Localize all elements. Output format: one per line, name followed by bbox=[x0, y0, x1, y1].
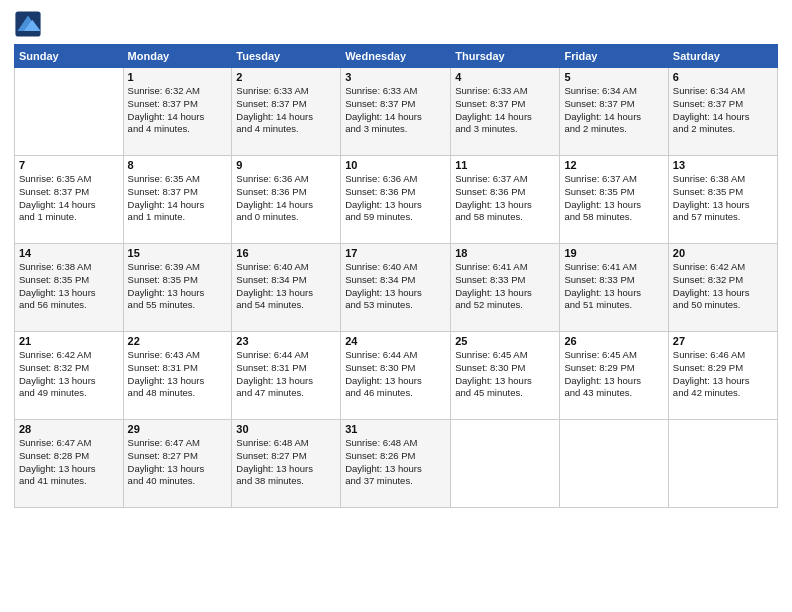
calendar-day-cell: 1Sunrise: 6:32 AM Sunset: 8:37 PM Daylig… bbox=[123, 68, 232, 156]
calendar-week-row: 7Sunrise: 6:35 AM Sunset: 8:37 PM Daylig… bbox=[15, 156, 778, 244]
calendar-day-cell: 26Sunrise: 6:45 AM Sunset: 8:29 PM Dayli… bbox=[560, 332, 668, 420]
day-number: 13 bbox=[673, 159, 773, 171]
calendar-day-cell: 11Sunrise: 6:37 AM Sunset: 8:36 PM Dayli… bbox=[451, 156, 560, 244]
day-number: 9 bbox=[236, 159, 336, 171]
calendar-header-row: SundayMondayTuesdayWednesdayThursdayFrid… bbox=[15, 45, 778, 68]
calendar-day-header: Sunday bbox=[15, 45, 124, 68]
day-info: Sunrise: 6:32 AM Sunset: 8:37 PM Dayligh… bbox=[128, 85, 228, 136]
day-info: Sunrise: 6:43 AM Sunset: 8:31 PM Dayligh… bbox=[128, 349, 228, 400]
day-number: 15 bbox=[128, 247, 228, 259]
day-info: Sunrise: 6:37 AM Sunset: 8:36 PM Dayligh… bbox=[455, 173, 555, 224]
day-number: 29 bbox=[128, 423, 228, 435]
day-number: 25 bbox=[455, 335, 555, 347]
calendar-week-row: 28Sunrise: 6:47 AM Sunset: 8:28 PM Dayli… bbox=[15, 420, 778, 508]
day-info: Sunrise: 6:33 AM Sunset: 8:37 PM Dayligh… bbox=[345, 85, 446, 136]
day-number: 24 bbox=[345, 335, 446, 347]
day-info: Sunrise: 6:38 AM Sunset: 8:35 PM Dayligh… bbox=[673, 173, 773, 224]
day-info: Sunrise: 6:35 AM Sunset: 8:37 PM Dayligh… bbox=[19, 173, 119, 224]
calendar-day-cell: 18Sunrise: 6:41 AM Sunset: 8:33 PM Dayli… bbox=[451, 244, 560, 332]
calendar-day-header: Friday bbox=[560, 45, 668, 68]
calendar-day-cell: 15Sunrise: 6:39 AM Sunset: 8:35 PM Dayli… bbox=[123, 244, 232, 332]
calendar-day-cell: 8Sunrise: 6:35 AM Sunset: 8:37 PM Daylig… bbox=[123, 156, 232, 244]
day-info: Sunrise: 6:41 AM Sunset: 8:33 PM Dayligh… bbox=[455, 261, 555, 312]
calendar-day-cell: 28Sunrise: 6:47 AM Sunset: 8:28 PM Dayli… bbox=[15, 420, 124, 508]
day-number: 5 bbox=[564, 71, 663, 83]
calendar-day-cell: 10Sunrise: 6:36 AM Sunset: 8:36 PM Dayli… bbox=[341, 156, 451, 244]
calendar-day-cell: 20Sunrise: 6:42 AM Sunset: 8:32 PM Dayli… bbox=[668, 244, 777, 332]
calendar-day-header: Saturday bbox=[668, 45, 777, 68]
logo-icon bbox=[14, 10, 42, 38]
calendar-day-header: Monday bbox=[123, 45, 232, 68]
day-number: 7 bbox=[19, 159, 119, 171]
calendar-week-row: 1Sunrise: 6:32 AM Sunset: 8:37 PM Daylig… bbox=[15, 68, 778, 156]
calendar-day-cell: 9Sunrise: 6:36 AM Sunset: 8:36 PM Daylig… bbox=[232, 156, 341, 244]
calendar-day-cell bbox=[560, 420, 668, 508]
day-info: Sunrise: 6:45 AM Sunset: 8:29 PM Dayligh… bbox=[564, 349, 663, 400]
day-number: 27 bbox=[673, 335, 773, 347]
day-info: Sunrise: 6:40 AM Sunset: 8:34 PM Dayligh… bbox=[236, 261, 336, 312]
calendar-day-cell: 22Sunrise: 6:43 AM Sunset: 8:31 PM Dayli… bbox=[123, 332, 232, 420]
day-info: Sunrise: 6:48 AM Sunset: 8:27 PM Dayligh… bbox=[236, 437, 336, 488]
calendar-day-cell: 2Sunrise: 6:33 AM Sunset: 8:37 PM Daylig… bbox=[232, 68, 341, 156]
calendar-day-cell: 23Sunrise: 6:44 AM Sunset: 8:31 PM Dayli… bbox=[232, 332, 341, 420]
day-info: Sunrise: 6:45 AM Sunset: 8:30 PM Dayligh… bbox=[455, 349, 555, 400]
calendar-day-cell: 6Sunrise: 6:34 AM Sunset: 8:37 PM Daylig… bbox=[668, 68, 777, 156]
day-number: 26 bbox=[564, 335, 663, 347]
calendar-day-cell: 14Sunrise: 6:38 AM Sunset: 8:35 PM Dayli… bbox=[15, 244, 124, 332]
day-number: 17 bbox=[345, 247, 446, 259]
day-info: Sunrise: 6:39 AM Sunset: 8:35 PM Dayligh… bbox=[128, 261, 228, 312]
day-number: 31 bbox=[345, 423, 446, 435]
calendar-day-cell: 13Sunrise: 6:38 AM Sunset: 8:35 PM Dayli… bbox=[668, 156, 777, 244]
day-number: 18 bbox=[455, 247, 555, 259]
day-number: 10 bbox=[345, 159, 446, 171]
day-info: Sunrise: 6:42 AM Sunset: 8:32 PM Dayligh… bbox=[19, 349, 119, 400]
calendar-day-cell: 16Sunrise: 6:40 AM Sunset: 8:34 PM Dayli… bbox=[232, 244, 341, 332]
day-number: 28 bbox=[19, 423, 119, 435]
calendar-week-row: 21Sunrise: 6:42 AM Sunset: 8:32 PM Dayli… bbox=[15, 332, 778, 420]
calendar-day-cell: 17Sunrise: 6:40 AM Sunset: 8:34 PM Dayli… bbox=[341, 244, 451, 332]
calendar-week-row: 14Sunrise: 6:38 AM Sunset: 8:35 PM Dayli… bbox=[15, 244, 778, 332]
calendar-day-cell: 4Sunrise: 6:33 AM Sunset: 8:37 PM Daylig… bbox=[451, 68, 560, 156]
day-info: Sunrise: 6:40 AM Sunset: 8:34 PM Dayligh… bbox=[345, 261, 446, 312]
calendar-day-cell: 5Sunrise: 6:34 AM Sunset: 8:37 PM Daylig… bbox=[560, 68, 668, 156]
calendar-day-cell bbox=[668, 420, 777, 508]
day-number: 19 bbox=[564, 247, 663, 259]
day-number: 6 bbox=[673, 71, 773, 83]
day-info: Sunrise: 6:33 AM Sunset: 8:37 PM Dayligh… bbox=[455, 85, 555, 136]
header bbox=[14, 10, 778, 38]
day-info: Sunrise: 6:34 AM Sunset: 8:37 PM Dayligh… bbox=[564, 85, 663, 136]
day-number: 11 bbox=[455, 159, 555, 171]
calendar-day-cell: 24Sunrise: 6:44 AM Sunset: 8:30 PM Dayli… bbox=[341, 332, 451, 420]
day-info: Sunrise: 6:38 AM Sunset: 8:35 PM Dayligh… bbox=[19, 261, 119, 312]
day-info: Sunrise: 6:35 AM Sunset: 8:37 PM Dayligh… bbox=[128, 173, 228, 224]
calendar-day-cell: 25Sunrise: 6:45 AM Sunset: 8:30 PM Dayli… bbox=[451, 332, 560, 420]
day-info: Sunrise: 6:47 AM Sunset: 8:27 PM Dayligh… bbox=[128, 437, 228, 488]
calendar-day-cell: 19Sunrise: 6:41 AM Sunset: 8:33 PM Dayli… bbox=[560, 244, 668, 332]
calendar-day-header: Tuesday bbox=[232, 45, 341, 68]
day-info: Sunrise: 6:41 AM Sunset: 8:33 PM Dayligh… bbox=[564, 261, 663, 312]
day-info: Sunrise: 6:44 AM Sunset: 8:31 PM Dayligh… bbox=[236, 349, 336, 400]
day-number: 2 bbox=[236, 71, 336, 83]
calendar-day-cell: 3Sunrise: 6:33 AM Sunset: 8:37 PM Daylig… bbox=[341, 68, 451, 156]
calendar-day-cell bbox=[451, 420, 560, 508]
calendar-day-cell: 21Sunrise: 6:42 AM Sunset: 8:32 PM Dayli… bbox=[15, 332, 124, 420]
calendar-day-header: Thursday bbox=[451, 45, 560, 68]
day-info: Sunrise: 6:34 AM Sunset: 8:37 PM Dayligh… bbox=[673, 85, 773, 136]
day-number: 4 bbox=[455, 71, 555, 83]
calendar-day-cell bbox=[15, 68, 124, 156]
day-number: 20 bbox=[673, 247, 773, 259]
day-info: Sunrise: 6:47 AM Sunset: 8:28 PM Dayligh… bbox=[19, 437, 119, 488]
day-number: 14 bbox=[19, 247, 119, 259]
day-info: Sunrise: 6:46 AM Sunset: 8:29 PM Dayligh… bbox=[673, 349, 773, 400]
calendar-day-cell: 7Sunrise: 6:35 AM Sunset: 8:37 PM Daylig… bbox=[15, 156, 124, 244]
day-number: 8 bbox=[128, 159, 228, 171]
calendar-day-cell: 30Sunrise: 6:48 AM Sunset: 8:27 PM Dayli… bbox=[232, 420, 341, 508]
day-info: Sunrise: 6:36 AM Sunset: 8:36 PM Dayligh… bbox=[236, 173, 336, 224]
day-number: 12 bbox=[564, 159, 663, 171]
day-number: 21 bbox=[19, 335, 119, 347]
calendar-day-cell: 29Sunrise: 6:47 AM Sunset: 8:27 PM Dayli… bbox=[123, 420, 232, 508]
day-info: Sunrise: 6:42 AM Sunset: 8:32 PM Dayligh… bbox=[673, 261, 773, 312]
day-info: Sunrise: 6:37 AM Sunset: 8:35 PM Dayligh… bbox=[564, 173, 663, 224]
day-info: Sunrise: 6:36 AM Sunset: 8:36 PM Dayligh… bbox=[345, 173, 446, 224]
day-number: 22 bbox=[128, 335, 228, 347]
